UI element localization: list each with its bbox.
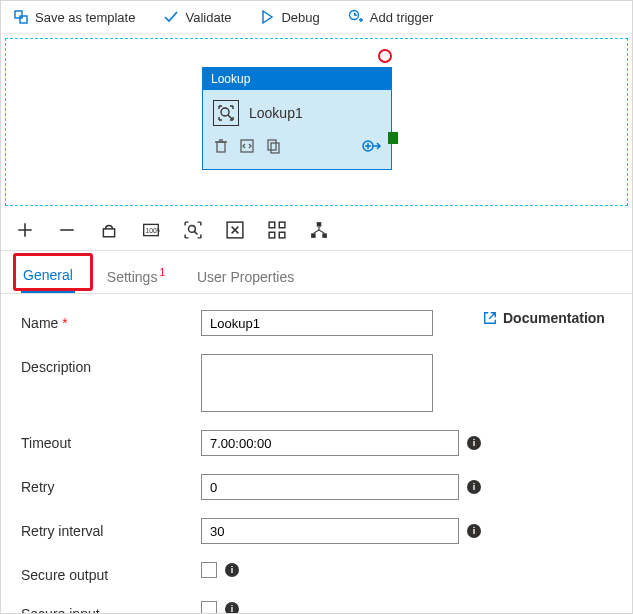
property-tabs: General Settings1 User Properties [1,257,632,294]
auto-align-button[interactable] [225,220,245,240]
tab-user-properties-label: User Properties [197,269,294,285]
delete-activity-button[interactable] [213,138,229,157]
svg-rect-19 [311,233,316,238]
description-label: Description [21,354,201,375]
svg-rect-20 [322,233,327,238]
retry-interval-input[interactable] [201,518,459,544]
retry-input[interactable] [201,474,459,500]
tabs-container: General Settings1 User Properties [1,251,632,294]
svg-rect-6 [268,140,276,150]
hierarchy-button[interactable] [309,220,329,240]
retry-label: Retry [21,474,201,495]
retry-interval-info-icon[interactable]: i [467,524,481,538]
svg-rect-4 [217,142,225,152]
copy-activity-button[interactable] [265,138,281,157]
zoom-out-button[interactable] [57,220,77,240]
settings-badge: 1 [159,267,165,278]
retry-info-icon[interactable]: i [467,480,481,494]
tab-general[interactable]: General [21,257,75,293]
documentation-link[interactable]: Documentation [483,310,605,326]
activity-status-indicator [378,49,392,63]
name-input[interactable] [201,310,433,336]
add-trigger-button[interactable]: Add trigger [348,9,434,25]
description-input[interactable] [201,354,433,412]
add-next-activity-button[interactable] [361,136,381,159]
activity-body: Lookup1 [203,90,391,130]
debug-button[interactable]: Debug [259,9,319,25]
tab-settings-label: Settings [107,269,158,285]
code-activity-button[interactable] [239,138,255,157]
secure-output-info-icon[interactable]: i [225,563,239,577]
trigger-icon [348,9,364,25]
general-form: Name * Documentation Description Timeout… [1,294,632,614]
zoom-reset-button[interactable]: 100% [141,220,161,240]
secure-input-checkbox[interactable] [201,601,217,614]
svg-rect-16 [269,232,275,238]
retry-interval-label: Retry interval [21,518,201,539]
play-icon [259,9,275,25]
save-as-template-label: Save as template [35,10,135,25]
validate-label: Validate [185,10,231,25]
layout-toggle-button[interactable] [267,220,287,240]
tab-general-label: General [23,267,73,283]
svg-text:100%: 100% [145,227,160,234]
timeout-info-icon[interactable]: i [467,436,481,450]
timeout-input[interactable] [201,430,459,456]
canvas-edit-toolbar: 100% [1,210,632,251]
zoom-in-button[interactable] [15,220,35,240]
svg-rect-1 [20,16,27,23]
zoom-fit-button[interactable] [183,220,203,240]
activity-name: Lookup1 [249,105,303,121]
svg-rect-18 [317,222,322,227]
lock-button[interactable] [99,220,119,240]
debug-label: Debug [281,10,319,25]
external-link-icon [483,311,497,325]
svg-rect-0 [15,11,22,18]
pipeline-canvas[interactable]: Lookup Lookup1 [5,38,628,206]
success-connector[interactable] [388,132,398,144]
svg-rect-15 [279,222,285,228]
secure-output-label: Secure output [21,562,201,583]
secure-output-checkbox[interactable] [201,562,217,578]
name-label: Name * [21,310,201,331]
svg-rect-14 [269,222,275,228]
tab-user-properties[interactable]: User Properties [195,259,296,293]
timeout-label: Timeout [21,430,201,451]
secure-input-info-icon[interactable]: i [225,602,239,614]
activity-type-label: Lookup [203,68,391,90]
validate-button[interactable]: Validate [163,9,231,25]
lookup-icon [213,100,239,126]
top-toolbar: Save as template Validate Debug Add trig… [1,1,632,34]
documentation-label: Documentation [503,310,605,326]
svg-rect-9 [103,229,114,237]
svg-rect-17 [279,232,285,238]
tab-settings[interactable]: Settings1 [105,259,165,293]
svg-rect-7 [271,143,279,153]
secure-input-label: Secure input [21,601,201,614]
lookup-activity-node[interactable]: Lookup Lookup1 [202,67,392,170]
svg-point-3 [221,108,229,116]
check-icon [163,9,179,25]
save-as-template-button[interactable]: Save as template [13,9,135,25]
save-template-icon [13,9,29,25]
activity-footer [203,130,391,169]
add-trigger-label: Add trigger [370,10,434,25]
